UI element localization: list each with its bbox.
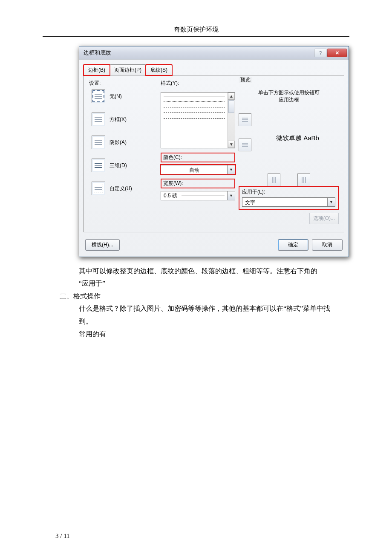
help-button[interactable]: ? <box>314 49 326 57</box>
color-label: 颜色(C): <box>161 153 235 162</box>
apply-to-block: 应用于(L): 文字 ▼ <box>239 186 339 210</box>
horizontal-line-button[interactable]: 横线(H)... <box>85 239 120 251</box>
setting-custom-label: 自定义(U) <box>110 185 132 192</box>
setting-3d-icon <box>92 159 105 172</box>
setting-none-icon <box>92 90 105 103</box>
width-combo[interactable]: 0.5 磅 ▼ <box>161 191 235 200</box>
width-label: 宽度(W): <box>161 179 235 188</box>
chevron-down-icon[interactable]: ▼ <box>327 198 335 206</box>
setting-box[interactable]: 方框(X) <box>92 113 157 126</box>
setting-box-label: 方框(X) <box>110 116 127 123</box>
tab-page-border[interactable]: 页面边框(P) <box>110 64 146 75</box>
settings-column: 设置: 无(N) <box>89 80 157 224</box>
settings-label: 设置: <box>89 80 157 87</box>
chevron-down-icon[interactable]: ▼ <box>227 191 235 200</box>
style-scrollbar[interactable]: ▲ ▼ <box>228 92 235 148</box>
page-header: 奇数页保护环境 <box>43 26 349 34</box>
preview-bottom-border-button[interactable] <box>239 139 251 151</box>
setting-none-label: 无(N) <box>110 93 122 100</box>
preview-left-border-button[interactable] <box>268 173 280 186</box>
borders-shading-dialog: 边框和底纹 ? ✕ 边框(B) 页面边框(P) 底纹(S) 设置: <box>79 46 349 257</box>
preview-column: 预览 单击下方图示或使用按钮可 应用边框 微软卓越 AaBb <box>239 80 339 224</box>
cancel-button[interactable]: 取消 <box>312 239 343 251</box>
setting-3d-label: 三维(D) <box>110 162 127 169</box>
body-line-4: 到。 <box>79 315 349 328</box>
scroll-down-icon[interactable]: ▼ <box>228 141 235 148</box>
color-value: 自动 <box>161 165 227 174</box>
page-number: 3 / 11 <box>55 532 70 540</box>
options-button: 选项(O)... <box>309 213 339 224</box>
setting-none[interactable]: 无(N) <box>92 90 157 103</box>
body-line-5: 常用的有 <box>79 328 349 341</box>
setting-3d[interactable]: 三维(D) <box>92 159 157 172</box>
body-line-1: 其中可以修改整页的边框、底纹的颜色、段落的边框、粗细等等。注意右下角的 <box>79 265 349 278</box>
dialog-title: 边框和底纹 <box>84 49 314 57</box>
preview-canvas: 微软卓越 AaBb <box>257 109 339 168</box>
setting-custom-icon <box>92 182 105 195</box>
scroll-up-icon[interactable]: ▲ <box>228 92 235 100</box>
setting-shadow-icon <box>92 136 105 149</box>
preview-hint: 单击下方图示或使用按钮可 应用边框 <box>239 89 339 104</box>
color-combo[interactable]: 自动 ▼ <box>161 165 235 174</box>
setting-box-icon <box>92 113 105 126</box>
setting-shadow-label: 阴影(A) <box>110 139 127 146</box>
apply-to-label: 应用于(L): <box>242 188 335 196</box>
scroll-thumb[interactable] <box>228 100 234 113</box>
apply-to-combo[interactable]: 文字 ▼ <box>242 197 335 207</box>
chevron-down-icon[interactable]: ▼ <box>227 165 235 174</box>
apply-to-value: 文字 <box>242 198 327 206</box>
tab-border[interactable]: 边框(B) <box>84 64 110 75</box>
section-heading-2: 二、格式操作 <box>60 290 349 303</box>
setting-custom[interactable]: 自定义(U) <box>92 182 157 195</box>
preview-label: 预览 <box>239 80 339 87</box>
body-line-2: “应用于” <box>79 277 349 290</box>
body-line-3: 什么是格式？除了插入图片、加密码等等操作，其他的基本都可以在“格式”菜单中找 <box>79 302 349 315</box>
preview-right-border-button[interactable] <box>297 173 310 186</box>
tab-shading[interactable]: 底纹(S) <box>146 64 172 75</box>
style-label: 样式(Y): <box>161 80 235 87</box>
preview-sample-text: 微软卓越 AaBb <box>276 134 319 142</box>
style-listbox[interactable]: ▲ ▼ <box>161 92 235 148</box>
setting-shadow[interactable]: 阴影(A) <box>92 136 157 149</box>
ok-button[interactable]: 确定 <box>278 239 308 251</box>
header-rule <box>43 36 349 37</box>
close-button[interactable]: ✕ <box>327 49 347 57</box>
width-value: 0.5 磅 <box>161 191 227 200</box>
titlebar: 边框和底纹 ? ✕ <box>79 46 349 59</box>
preview-top-border-button[interactable] <box>239 113 251 126</box>
style-column: 样式(Y): ▲ <box>161 80 235 224</box>
